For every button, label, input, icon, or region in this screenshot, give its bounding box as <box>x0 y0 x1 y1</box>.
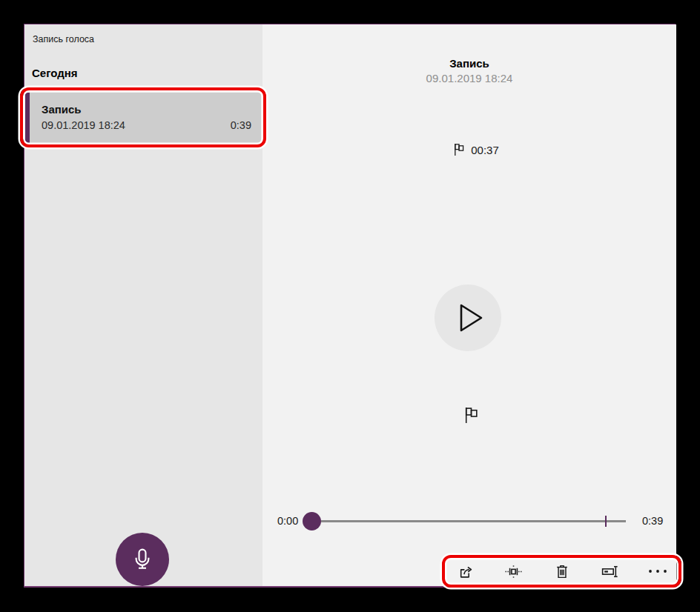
flag-icon <box>463 407 479 424</box>
recording-subtitle: 09.01.2019 18:24 <box>262 72 676 84</box>
recording-duration: 0:39 <box>231 119 251 131</box>
total-time-label: 0:39 <box>642 515 663 527</box>
share-button[interactable] <box>449 560 482 582</box>
more-icon <box>647 564 668 579</box>
sidebar: Запись голоса Сегодня Запись 09.01.2019 … <box>24 24 262 586</box>
marker-item[interactable]: 00:37 <box>269 143 683 156</box>
delete-icon <box>555 564 569 579</box>
voice-recorder-window: Запись голоса Сегодня Запись 09.01.2019 … <box>24 24 676 588</box>
play-icon <box>435 285 501 351</box>
annotation-highlight-toolbar <box>442 555 681 588</box>
recording-title: Запись <box>42 103 82 116</box>
share-icon <box>458 564 474 579</box>
add-marker-button[interactable] <box>461 405 481 425</box>
main-panel: Запись 09.01.2019 18:24 00:37 <box>262 24 676 586</box>
rename-icon <box>601 564 619 579</box>
elapsed-time-label: 0:00 <box>277 515 298 527</box>
seek-track[interactable] <box>321 520 626 522</box>
recording-list-item[interactable]: Запись 09.01.2019 18:24 0:39 <box>25 93 261 143</box>
record-button[interactable] <box>116 533 169 586</box>
play-button[interactable] <box>435 285 501 351</box>
trim-button[interactable] <box>498 560 530 582</box>
more-button[interactable] <box>641 560 674 582</box>
recordings-section-header: Сегодня <box>32 67 78 79</box>
marker-time: 00:37 <box>471 144 499 156</box>
trim-icon <box>505 564 522 579</box>
selected-accent-bar <box>25 93 30 143</box>
marker-tick <box>605 516 607 527</box>
rename-button[interactable] <box>593 560 626 582</box>
page-title: Запись <box>262 57 676 70</box>
delete-button[interactable] <box>546 560 578 582</box>
screenshot-frame: Запись голоса Сегодня Запись 09.01.2019 … <box>0 0 700 612</box>
recording-datetime: 09.01.2019 18:24 <box>42 119 125 131</box>
flag-icon <box>453 143 465 156</box>
microphone-icon <box>128 545 156 573</box>
app-title: Запись голоса <box>33 34 94 44</box>
seek-thumb[interactable] <box>303 512 321 530</box>
